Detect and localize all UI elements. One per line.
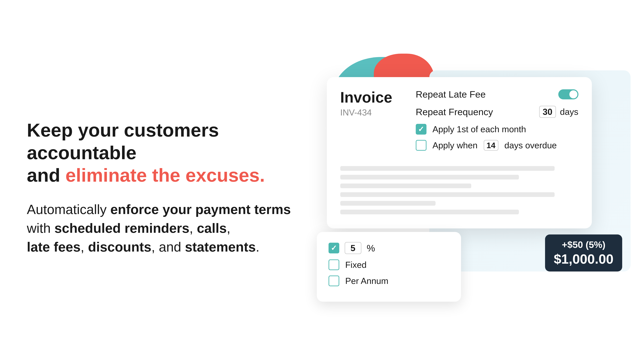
subtext-mid4: , xyxy=(80,240,88,254)
subtext-mid5: , and xyxy=(151,240,185,254)
headline-accent: eliminate the excuses. xyxy=(66,165,265,186)
line-bar-4 xyxy=(340,192,554,197)
invoice-title-block: Invoice INV-434 xyxy=(340,89,392,117)
per-annum-label: Per Annum xyxy=(345,276,388,286)
headline-text-2: and xyxy=(27,165,66,186)
subtext: Automatically enforce your payment terms… xyxy=(27,200,300,256)
left-column: Keep your customers accountable and elim… xyxy=(27,106,317,256)
invoice-number: INV-434 xyxy=(340,107,392,117)
line-bar-1 xyxy=(340,166,554,171)
subtext-bold4: late fees xyxy=(27,240,80,254)
subtext-intro: Automatically xyxy=(27,202,110,217)
subtext-end: . xyxy=(256,240,260,254)
repeat-frequency-value[interactable]: 30 xyxy=(539,106,556,118)
repeat-frequency-label: Repeat Frequency xyxy=(416,106,535,117)
apply-first-option-row: ✓ Apply 1st of each month xyxy=(416,124,578,135)
price-change: +$50 (5%) xyxy=(554,239,614,250)
repeat-frequency-row: Repeat Frequency 30 days xyxy=(416,106,578,118)
per-annum-checkbox[interactable] xyxy=(328,276,339,286)
line-bar-2 xyxy=(340,175,519,179)
percentage-value[interactable]: 5 xyxy=(345,242,362,254)
apply-first-label: Apply 1st of each month xyxy=(432,124,526,134)
price-total: $1,000.00 xyxy=(554,251,614,267)
repeat-late-fee-toggle[interactable] xyxy=(558,89,578,99)
apply-when-label: Apply when xyxy=(432,140,478,150)
fixed-checkbox[interactable] xyxy=(328,259,339,270)
percentage-checkbox[interactable]: ✓ xyxy=(328,243,339,253)
percentage-sign: % xyxy=(367,243,375,254)
repeat-late-fee-label: Repeat Late Fee xyxy=(416,89,558,100)
apply-first-checkbox[interactable]: ✓ xyxy=(416,124,426,135)
invoice-card: Invoice INV-434 Repeat Late Fee Repeat F… xyxy=(327,77,592,228)
fixed-label: Fixed xyxy=(345,260,366,270)
line-bar-3 xyxy=(340,184,471,188)
percentage-checkmark-icon: ✓ xyxy=(331,244,337,252)
line-bar-5 xyxy=(340,201,436,206)
repeat-fee-section: Repeat Late Fee Repeat Frequency 30 days xyxy=(416,89,578,156)
right-column: Invoice INV-434 Repeat Late Fee Repeat F… xyxy=(317,47,617,315)
subtext-mid1: with xyxy=(27,221,54,236)
apply-when-checkbox[interactable] xyxy=(416,140,426,151)
invoice-header: Invoice INV-434 Repeat Late Fee Repeat F… xyxy=(340,89,578,156)
line-bar-6 xyxy=(340,210,519,214)
subtext-bold1: enforce your payment terms xyxy=(110,202,291,217)
subtext-mid2: , xyxy=(189,221,197,236)
apply-when-days-value[interactable]: 14 xyxy=(484,140,498,151)
checkmark-icon: ✓ xyxy=(418,125,424,133)
apply-when-days-suffix: days overdue xyxy=(504,140,557,150)
headline-text-1: Keep your customers accountable xyxy=(27,120,219,163)
apply-when-option-row: Apply when 14 days overdue xyxy=(416,140,578,151)
price-badge: +$50 (5%) $1,000.00 xyxy=(545,234,622,272)
invoice-title: Invoice xyxy=(340,89,392,106)
repeat-days-suffix: days xyxy=(560,107,578,117)
headline: Keep your customers accountable and elim… xyxy=(27,119,300,187)
fixed-option-row: Fixed xyxy=(328,259,449,270)
subtext-bold5: discounts xyxy=(88,240,152,254)
bottom-panel-card: ✓ 5 % Fixed Per Annum xyxy=(317,232,461,302)
subtext-bold3: calls xyxy=(197,221,227,236)
repeat-late-fee-row: Repeat Late Fee xyxy=(416,89,578,100)
per-annum-option-row: Per Annum xyxy=(328,276,449,286)
subtext-bold6: statements xyxy=(185,240,256,254)
percentage-row: ✓ 5 % xyxy=(328,242,449,254)
subtext-bold2: scheduled reminders xyxy=(54,221,190,236)
toggle-knob xyxy=(569,90,578,98)
page-layout: Keep your customers accountable and elim… xyxy=(0,0,644,362)
invoice-lines xyxy=(340,166,578,214)
subtext-mid3: , xyxy=(227,221,230,236)
